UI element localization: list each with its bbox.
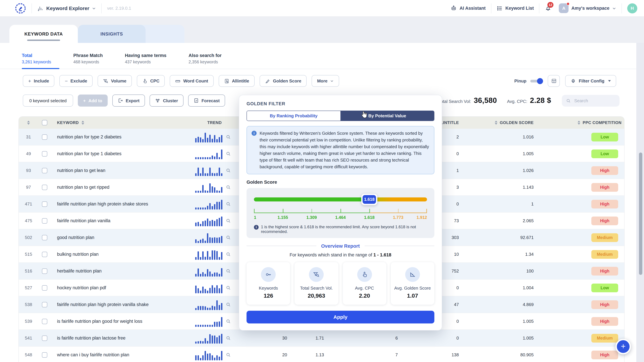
row-checkbox[interactable] bbox=[42, 235, 47, 240]
magnifier-icon[interactable] bbox=[226, 335, 231, 341]
filter-config-button[interactable]: Filter Config bbox=[565, 75, 616, 87]
tab-keyword-data[interactable]: KEYWORD DATA bbox=[10, 25, 78, 43]
keyword-cell[interactable]: bulking nutrition plan bbox=[57, 252, 98, 257]
keyword-cell[interactable]: fairlife nutrition plan high protein van… bbox=[57, 302, 148, 307]
tab-insights[interactable]: INSIGHTS bbox=[78, 25, 146, 43]
sort-icon[interactable] bbox=[578, 121, 580, 125]
user-avatar[interactable]: H bbox=[627, 3, 637, 13]
app-title[interactable]: Keyword Explorer bbox=[46, 5, 90, 11]
golden-score-cell: 1.005 bbox=[460, 336, 535, 341]
more-filters-button[interactable]: More bbox=[312, 75, 339, 87]
keyword-cell[interactable]: good nutrition plan bbox=[57, 235, 94, 240]
brand-logo[interactable] bbox=[15, 2, 26, 14]
row-checkbox[interactable] bbox=[42, 151, 47, 156]
keyword-cell[interactable]: herbalife nutrition plan bbox=[57, 269, 102, 274]
index-sort-button[interactable] bbox=[19, 121, 38, 125]
golden-score-filter-button[interactable]: Golden Score bbox=[260, 75, 307, 87]
ppc-badge: Medium bbox=[591, 233, 618, 242]
magnifier-icon[interactable] bbox=[226, 168, 231, 173]
scrollbar-thumb[interactable] bbox=[639, 152, 642, 275]
magnifier-icon[interactable] bbox=[226, 218, 231, 224]
magnifier-icon[interactable] bbox=[226, 352, 231, 358]
subtab-also-search-for[interactable]: Also search for 2,356 keywords bbox=[188, 53, 222, 64]
keyword-cell[interactable]: nutrition plan to get lean bbox=[57, 168, 105, 173]
keyword-header[interactable]: KEYWORD bbox=[57, 120, 79, 125]
subtab-phrase-match[interactable]: Phrase Match 468 keywords bbox=[73, 53, 103, 64]
row-checkbox[interactable] bbox=[42, 185, 47, 190]
column-layout-button[interactable] bbox=[548, 75, 560, 87]
keyword-cell[interactable]: hockey nutrition plan pdf bbox=[57, 285, 106, 290]
allintitle-filter-button[interactable]: Allintitle bbox=[218, 75, 254, 87]
cpc-cell: 1.71 bbox=[289, 336, 326, 341]
add-to-button[interactable]: +Add to bbox=[78, 94, 108, 107]
keyword-list-button[interactable]: Keyword List bbox=[496, 5, 534, 11]
magnifier-icon[interactable] bbox=[226, 151, 231, 157]
apply-button[interactable]: Apply bbox=[246, 311, 434, 323]
cluster-button[interactable]: Cluster bbox=[150, 94, 184, 107]
slider-handle[interactable]: 1.618 bbox=[361, 194, 377, 205]
funnel-search-icon bbox=[309, 267, 324, 282]
magnifier-icon[interactable] bbox=[226, 235, 231, 240]
magnifier-icon[interactable] bbox=[226, 134, 231, 140]
row-checkbox[interactable] bbox=[42, 335, 47, 341]
ppc-competition-header[interactable]: PPC COMPETITION bbox=[582, 120, 622, 125]
ai-assistant-button[interactable]: AI Assistant bbox=[450, 5, 486, 11]
keyword-cell[interactable]: nutrition plan for type 2 diabetes bbox=[57, 134, 122, 139]
chevron-down-icon[interactable] bbox=[92, 6, 96, 10]
row-checkbox[interactable] bbox=[42, 352, 47, 358]
add-fab-button[interactable]: + bbox=[616, 339, 631, 354]
golden-score-cell: 92.671 bbox=[460, 235, 535, 240]
forecast-button[interactable]: Forecast bbox=[188, 94, 225, 107]
include-filter-button[interactable]: +Include bbox=[23, 75, 54, 87]
row-checkbox[interactable] bbox=[42, 134, 47, 140]
ppc-badge: Low bbox=[591, 133, 618, 141]
key-icon bbox=[261, 267, 276, 282]
trend-header[interactable]: TREND bbox=[192, 120, 235, 125]
keyword-cell[interactable]: where can i buy fairlife nutrition plan bbox=[57, 352, 129, 357]
word-count-filter-button[interactable]: Word Count bbox=[170, 75, 214, 87]
magnifier-icon[interactable] bbox=[226, 302, 231, 307]
magnifier-icon[interactable] bbox=[226, 184, 231, 190]
cpc-filter-button[interactable]: CPC bbox=[137, 75, 165, 87]
row-checkbox[interactable] bbox=[42, 285, 47, 291]
volume-filter-button[interactable]: Volume bbox=[98, 75, 132, 87]
by-ranking-probability-tab[interactable]: By Ranking Probability bbox=[247, 111, 340, 121]
row-index: 97 bbox=[19, 185, 38, 190]
exclude-filter-button[interactable]: −Exclude bbox=[60, 75, 92, 87]
divider bbox=[0, 69, 636, 69]
subtab-total[interactable]: Total 3,261 keywords bbox=[22, 53, 51, 64]
select-all-checkbox[interactable] bbox=[42, 120, 47, 125]
row-checkbox[interactable] bbox=[42, 168, 47, 173]
golden-score-header[interactable]: GOLDEN SCORE bbox=[500, 120, 534, 125]
row-checkbox[interactable] bbox=[42, 201, 47, 207]
magnifier-icon[interactable] bbox=[226, 268, 231, 274]
keyword-cell[interactable]: nutrition plan for type 1 diabetes bbox=[57, 151, 122, 156]
export-button[interactable]: Export bbox=[112, 94, 145, 107]
notifications-button[interactable]: 12 bbox=[545, 5, 552, 11]
search-input[interactable] bbox=[574, 98, 614, 103]
row-checkbox[interactable] bbox=[42, 319, 47, 324]
keyword-cell[interactable]: nutrition plan to get ripped bbox=[57, 185, 109, 190]
keyword-cell[interactable]: is fairlife nutrition plan good for weig… bbox=[57, 319, 142, 324]
search-volume-cell: 20 bbox=[235, 352, 289, 357]
workspace-switcher[interactable]: A Amy's workspace bbox=[559, 3, 616, 13]
workspace-avatar: A bbox=[559, 3, 569, 13]
by-potential-value-tab[interactable]: By Potential Value bbox=[340, 111, 434, 121]
keyword-cell[interactable]: fairlife nutrition plan vanilla bbox=[57, 218, 110, 223]
sort-icon[interactable] bbox=[82, 121, 84, 125]
row-checkbox[interactable] bbox=[42, 218, 47, 223]
magnifier-icon[interactable] bbox=[226, 251, 231, 257]
row-checkbox[interactable] bbox=[42, 302, 47, 307]
keyword-cell[interactable]: is fairlife nutrition plan lactose free bbox=[57, 336, 126, 341]
sort-icon[interactable] bbox=[495, 121, 498, 125]
row-checkbox[interactable] bbox=[42, 268, 47, 274]
magnifier-icon[interactable] bbox=[226, 319, 231, 324]
slider-track[interactable] bbox=[254, 197, 427, 201]
row-checkbox[interactable] bbox=[42, 252, 47, 257]
trend-sparkline bbox=[195, 299, 222, 310]
keyword-cell[interactable]: fairlife nutrition plan high protein sha… bbox=[57, 201, 148, 206]
subtab-having-same-terms[interactable]: Having same terms 437 keywords bbox=[125, 53, 166, 64]
magnifier-icon[interactable] bbox=[226, 201, 231, 207]
magnifier-icon[interactable] bbox=[226, 285, 231, 291]
pinup-toggle[interactable] bbox=[530, 80, 542, 82]
